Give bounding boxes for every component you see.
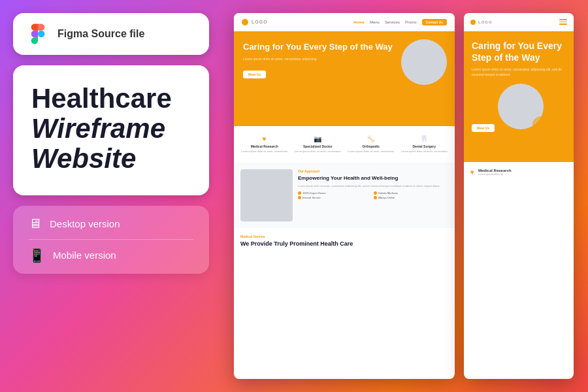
- desktop-hero: Caring for You Every Step of the Way Lor…: [234, 31, 455, 126]
- check-always: Always Online: [374, 196, 448, 199]
- mobile-logo-text: LOGO: [478, 20, 493, 24]
- service-desc-1: Lorem ipsum dolor sit amet, consectetur: [240, 150, 289, 154]
- check-expert: 100% Expert Doctor: [298, 191, 372, 195]
- check-label-3: Insured Service: [302, 196, 321, 199]
- figma-icon: [26, 22, 50, 46]
- desktop-mockup: LOGO Home Menu Services Promo Contact Us…: [234, 13, 455, 379]
- mobile-service-icon-1: ♥: [470, 169, 474, 176]
- desktop-bottom-section: Medical Service We Provide Truly Promine…: [234, 228, 455, 255]
- mobile-label: Mobile version: [53, 250, 116, 261]
- check-label-2: Holistic Medicine: [378, 191, 398, 195]
- medical-research-icon: ♥: [240, 135, 289, 142]
- specialized-doctor-icon: 📷: [294, 135, 342, 142]
- logo-text: LOGO: [252, 20, 268, 24]
- service-desc-4: Lorem ipsum dolor sit amet, consectetur: [400, 150, 449, 154]
- mobile-service-desc-1: Lorem ipsum dolor sit: [478, 172, 512, 176]
- approach-title: Empowering Your Health and Well-being: [298, 175, 448, 182]
- check-dot-4: [374, 196, 377, 199]
- bottom-title: We Provide Truly Prominent Health Care: [240, 240, 448, 248]
- check-insured: Insured Service: [298, 196, 372, 199]
- title-card: Healthcare Wireframe Website: [13, 65, 209, 195]
- check-dot-2: [374, 191, 377, 195]
- service-medical-research: ♥ Medical Research Lorem ipsum dolor sit…: [239, 133, 290, 156]
- check-label-4: Always Online: [378, 196, 395, 199]
- mobile-version-item: 📱 Mobile version: [29, 248, 193, 263]
- approach-checks: 100% Expert Doctor Holistic Medicine Ins…: [298, 191, 448, 199]
- desktop-version-item: 🖥 Desktop version: [29, 216, 193, 231]
- service-desc-2: Lorem ipsum dolor sit amet, consectetur: [294, 150, 342, 154]
- hamburger-line-1: [559, 19, 567, 20]
- mobile-hero-subtitle: Lorem ipsum dolor sit amet, consectetur …: [472, 67, 566, 77]
- hero-cta-button[interactable]: Meet Us: [243, 71, 266, 78]
- version-divider: [29, 239, 193, 240]
- mobile-nav: LOGO: [464, 13, 574, 31]
- desktop-services: ♥ Medical Research Lorem ipsum dolor sit…: [234, 126, 455, 163]
- desktop-nav: LOGO Home Menu Services Promo Contact Us: [234, 13, 455, 31]
- mobile-service-1: ♥ Medical Research Lorem ipsum dolor sit: [470, 169, 567, 176]
- check-label-1: 100% Expert Doctor: [302, 191, 326, 195]
- orthopedic-icon: 🦴: [347, 135, 395, 142]
- dental-surgery-icon: 🦷: [400, 135, 449, 142]
- approach-image-placeholder: [240, 169, 293, 221]
- mobile-hero-title: Caring for You Every Step of the Way: [472, 41, 566, 63]
- hamburger-line-3: [559, 24, 567, 25]
- mobile-hero-image: [498, 84, 544, 129]
- nav-promo[interactable]: Promo: [405, 20, 417, 24]
- mobile-icon: 📱: [29, 248, 45, 263]
- mobile-hero-cta[interactable]: Meet Us: [472, 124, 495, 132]
- nav-menu[interactable]: Menu: [370, 20, 380, 24]
- service-orthopedic: 🦴 Orthopedic Lorem ipsum dolor sit amet,…: [346, 133, 397, 156]
- approach-label: Our Approach: [298, 169, 448, 173]
- nav-services[interactable]: Services: [385, 20, 400, 24]
- service-name-3: Orthopedic: [347, 144, 395, 148]
- service-desc-3: Lorem ipsum dolor sit amet, consectetur: [347, 150, 395, 154]
- mobile-nav-logo: LOGO: [470, 20, 493, 25]
- mobile-hero-circle-accent: [532, 116, 549, 133]
- hamburger-line-2: [559, 22, 567, 23]
- service-dental-surgery: 🦷 Dental Surgery Lorem ipsum dolor sit a…: [399, 133, 450, 156]
- check-dot-3: [298, 196, 301, 199]
- title-line2: Wireframe: [31, 114, 191, 144]
- nav-home[interactable]: Home: [353, 20, 365, 24]
- title-line1: Healthcare: [31, 83, 172, 114]
- desktop-approach: Our Approach Empowering Your Health and …: [234, 163, 455, 228]
- mobile-mockup: LOGO Caring for You Every Step of the Wa…: [464, 13, 574, 379]
- versions-card: 🖥 Desktop version 📱 Mobile version: [13, 206, 209, 274]
- service-name-1: Medical Research: [240, 144, 289, 148]
- title-line3: Website: [31, 144, 191, 174]
- service-name-2: Specialized Doctor: [294, 144, 342, 148]
- service-name-4: Dental Surgery: [400, 144, 449, 148]
- bottom-label: Medical Service: [240, 235, 448, 238]
- hero-image-placeholder: [401, 39, 447, 85]
- desktop-label: Desktop version: [50, 218, 120, 229]
- approach-text: Our Approach Empowering Your Health and …: [298, 169, 448, 221]
- left-panel: Figma Source file Healthcare Wireframe W…: [13, 13, 209, 274]
- mobile-logo-dot: [470, 20, 476, 25]
- figma-badge: Figma Source file: [13, 13, 209, 55]
- desktop-nav-logo: LOGO: [242, 19, 268, 25]
- approach-desc: Lorem ipsum dolor sit amet, consectetur …: [298, 184, 448, 188]
- hamburger-menu[interactable]: [559, 19, 567, 25]
- desktop-icon: 🖥: [29, 216, 42, 231]
- service-specialized-doctor: 📷 Specialized Doctor Lorem ipsum dolor s…: [293, 133, 344, 156]
- check-holistic: Holistic Medicine: [374, 191, 448, 195]
- mobile-services: ♥ Medical Research Lorem ipsum dolor sit: [464, 162, 574, 188]
- nav-contact-btn[interactable]: Contact Us: [422, 19, 447, 25]
- logo-dot: [242, 19, 248, 25]
- figma-badge-label: Figma Source file: [57, 28, 144, 40]
- check-dot-1: [298, 191, 301, 195]
- mobile-hero: Caring for You Every Step of the Way Lor…: [464, 31, 574, 162]
- desktop-nav-links: Home Menu Services Promo Contact Us: [353, 19, 447, 25]
- mobile-service-text-1: Medical Research Lorem ipsum dolor sit: [478, 169, 512, 176]
